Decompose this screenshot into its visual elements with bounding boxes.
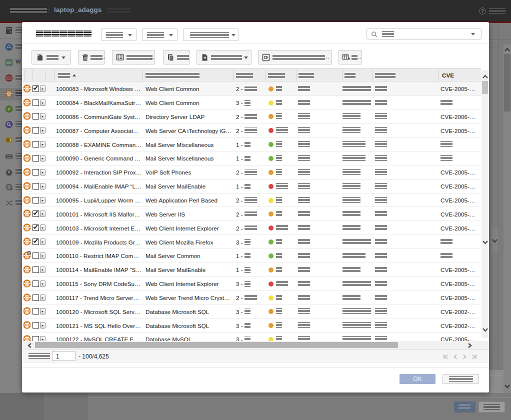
svg-text:WR: WR xyxy=(6,61,12,64)
